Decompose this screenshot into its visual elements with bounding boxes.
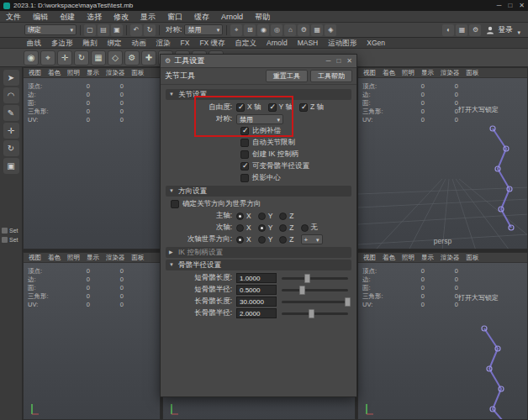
panel-menu-item[interactable]: 着色: [45, 68, 64, 78]
panel-menu-item[interactable]: 渲染器: [437, 68, 463, 78]
checkbox[interactable]: [240, 174, 249, 182]
menu-item[interactable]: 编辑: [27, 11, 54, 23]
slider-handle[interactable]: [345, 297, 351, 307]
shelf-tool-icon[interactable]: ⌖: [40, 50, 55, 66]
panel-menu-item[interactable]: 显示: [418, 68, 437, 78]
status-icon[interactable]: ◈: [325, 24, 336, 36]
maximize-icon[interactable]: [336, 57, 341, 65]
set-list-item[interactable]: Set: [0, 235, 22, 244]
panel-menu-item[interactable]: 面板: [463, 68, 483, 78]
minimize-icon[interactable]: [326, 57, 331, 65]
panel-menu-item[interactable]: 显示: [83, 68, 103, 78]
minimize-icon[interactable]: [497, 0, 502, 11]
radio-button[interactable]: [301, 224, 309, 232]
toolbox-tool-icon[interactable]: ✛: [3, 123, 19, 139]
chevron-down-icon[interactable]: [517, 23, 520, 38]
menu-item[interactable]: 文件: [0, 11, 27, 23]
status-icon[interactable]: ⚙: [469, 24, 481, 36]
signin-button[interactable]: 登录: [481, 24, 517, 36]
tool-help-button[interactable]: 工具帮助: [310, 70, 352, 82]
toolbox-tool-icon[interactable]: ◠: [3, 87, 19, 103]
slider-handle[interactable]: [304, 274, 310, 283]
menu-item[interactable]: 帮助: [249, 11, 276, 23]
radio-button[interactable]: [258, 236, 266, 244]
checkbox[interactable]: [240, 150, 249, 159]
shelf-tab[interactable]: 渲染: [151, 38, 176, 49]
status-icon[interactable]: ⚙: [298, 24, 309, 36]
radio-button[interactable]: [279, 224, 287, 232]
close-icon[interactable]: [346, 57, 352, 65]
reset-tool-button[interactable]: 重置工具: [266, 70, 308, 82]
numeric-field[interactable]: 1.0000: [236, 273, 277, 283]
panel-menu-item[interactable]: 照明: [399, 68, 418, 78]
numeric-field[interactable]: 30.0000: [236, 297, 277, 307]
status-icon[interactable]: ↶: [130, 24, 142, 36]
viewport-bottom-left[interactable]: 视图着色照明显示渲染器面板 顶点: 0 0 边: 0 0 面: 0 0 三角形:…: [23, 252, 161, 420]
shelf-tool-icon[interactable]: ◉: [24, 50, 39, 66]
panel-menu-item[interactable]: 着色: [45, 253, 64, 263]
section-header-joint-settings[interactable]: 关节设置: [166, 89, 351, 100]
panel-menu-item[interactable]: 面板: [129, 68, 148, 78]
shelf-tab[interactable]: 动画: [127, 38, 151, 49]
toolbox-tool-icon[interactable]: ▣: [3, 158, 19, 174]
checkbox[interactable]: [299, 103, 308, 112]
shelf-tool-icon[interactable]: ◇: [108, 50, 123, 66]
status-icon[interactable]: ↻: [144, 24, 156, 36]
slider[interactable]: [282, 285, 348, 295]
maximize-icon[interactable]: [508, 0, 512, 11]
shelf-tab[interactable]: 绑定: [103, 38, 127, 49]
shelf-tool-icon[interactable]: ⚙: [124, 50, 140, 66]
section-header-bone-radius-settings[interactable]: 骨骼半径设置: [166, 260, 351, 270]
viewport-top-right[interactable]: 视图着色照明显示渲染器面板: [357, 67, 528, 249]
status-icon[interactable]: ⊞: [244, 24, 256, 36]
toolbox-tool-icon[interactable]: ↻: [3, 140, 19, 156]
checkbox[interactable]: [240, 139, 249, 147]
radio-button[interactable]: [258, 224, 266, 232]
slider-handle[interactable]: [309, 309, 314, 318]
shelf-tool-icon[interactable]: ▦: [91, 50, 106, 66]
set-list-item[interactable]: Set: [0, 226, 22, 235]
panel-menu-item[interactable]: 着色: [379, 68, 399, 78]
radio-button[interactable]: [236, 224, 244, 232]
section-header-orientation-settings[interactable]: 方向设置: [166, 186, 351, 197]
sao-sign-dropdown[interactable]: +: [301, 234, 323, 244]
panel-menu-item[interactable]: 视图: [25, 253, 45, 263]
panel-menu-item[interactable]: 显示: [83, 253, 103, 263]
shelf-tool-icon[interactable]: ✚: [141, 50, 156, 66]
shelf-tab[interactable]: 运动图形: [323, 38, 362, 49]
slider[interactable]: [282, 297, 348, 307]
radio-button[interactable]: [236, 213, 244, 220]
menuset-dropdown[interactable]: 绑定: [24, 24, 77, 35]
shelf-tab[interactable]: Arnold: [261, 38, 293, 49]
checkbox[interactable]: [236, 103, 245, 112]
shelf-tool-icon[interactable]: ✛: [57, 50, 72, 66]
menu-item[interactable]: 显示: [135, 11, 161, 23]
shelf-tab[interactable]: 雕刻: [78, 38, 103, 49]
shelf-tab[interactable]: 曲线: [22, 38, 46, 49]
status-icon[interactable]: ▦: [311, 24, 323, 36]
checkbox[interactable]: [171, 200, 179, 208]
status-icon[interactable]: ◐: [442, 24, 454, 36]
panel-menu-item[interactable]: 显示: [418, 253, 437, 263]
shelf-tab[interactable]: MASH: [293, 38, 324, 49]
panel-menu-item[interactable]: 面板: [463, 253, 483, 263]
viewport-top-left[interactable]: 视图着色照明显示渲染器面板 顶点: 0 0 边: 0 0 面: 0 0 三角形:…: [23, 67, 161, 249]
shelf-tab[interactable]: 多边形: [46, 38, 78, 49]
panel-menu-item[interactable]: 渲染器: [103, 68, 129, 78]
status-icon[interactable]: ◉: [257, 24, 269, 36]
viewport-bottom-right[interactable]: 视图着色照明显示渲染器面板 顶点: 0 0 边: 0 0 面: 0: [357, 252, 528, 420]
status-icon[interactable]: ▦: [456, 24, 467, 36]
checkbox[interactable]: [240, 127, 249, 135]
close-icon[interactable]: [519, 0, 525, 11]
numeric-field[interactable]: 2.0000: [236, 308, 277, 318]
status-icon[interactable]: ⌖: [230, 24, 242, 36]
panel-menu-item[interactable]: 着色: [379, 253, 399, 263]
status-icon[interactable]: ▢: [84, 24, 96, 36]
menu-item[interactable]: 缓存: [188, 11, 215, 23]
panel-menu-item[interactable]: 渲染器: [437, 253, 463, 263]
slider[interactable]: [282, 273, 348, 283]
status-icon[interactable]: ▤: [98, 24, 109, 36]
toolbox-tool-icon[interactable]: ➤: [3, 70, 19, 86]
panel-menu-item[interactable]: 视图: [360, 253, 379, 263]
menu-item[interactable]: Arnold: [215, 11, 249, 23]
